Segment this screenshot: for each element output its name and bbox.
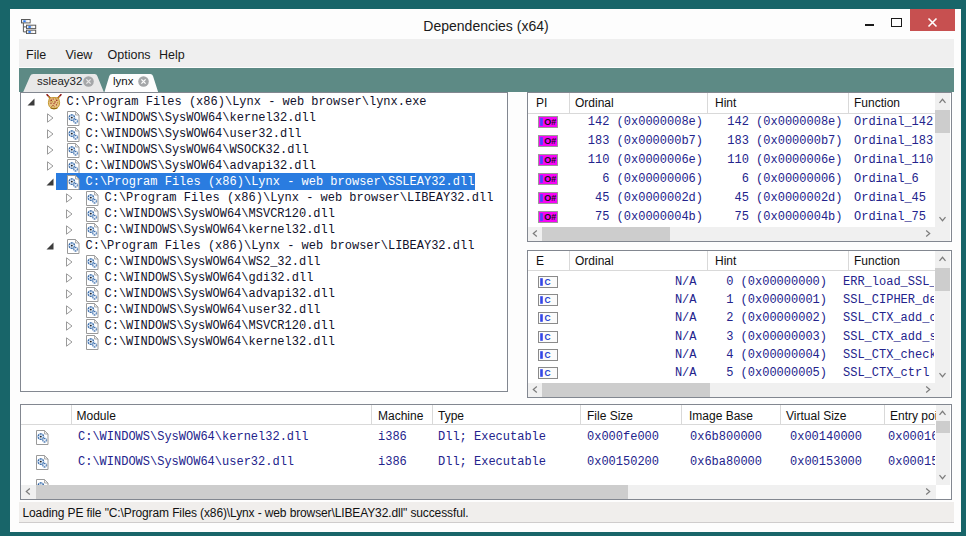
svg-text:C: C [544,277,550,287]
svg-text:C: C [544,368,550,378]
svg-text:O#: O# [544,117,556,127]
svg-text:C: C [544,313,550,323]
svg-text:O#: O# [544,193,556,203]
svg-text:C: C [544,332,550,342]
svg-text:O#: O# [544,174,556,184]
svg-text:O#: O# [544,136,556,146]
svg-text:O#: O# [544,155,556,165]
svg-text:O#: O# [544,212,556,222]
svg-text:C: C [544,295,550,305]
svg-text:C: C [544,350,550,360]
